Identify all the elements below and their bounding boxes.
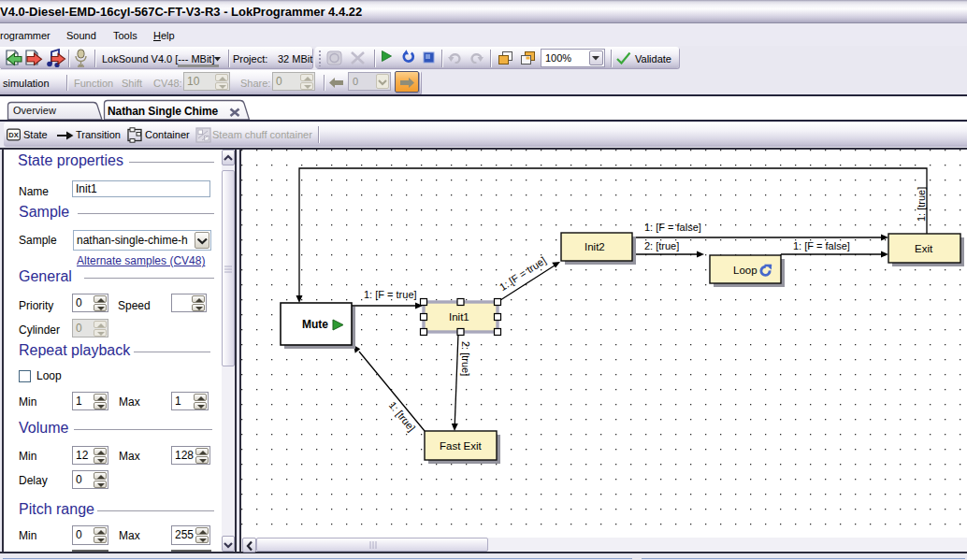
svg-text:DX: DX [8,131,18,139]
svg-text:Overview: Overview [13,105,56,116]
svg-text:2: [true]: 2: [true] [644,240,679,251]
svg-text:Exit: Exit [915,243,933,254]
svg-text:1: [F = true]: 1: [F = true] [364,289,417,300]
svg-text:Mute: Mute [302,318,328,331]
svg-text:Init1: Init1 [449,311,469,323]
svg-text:Nathan Single Chime: Nathan Single Chime [108,105,219,118]
svg-text:2: [true]: 2: [true] [460,341,471,376]
svg-text:Loop: Loop [733,265,758,276]
svg-text:1: [F = false]: 1: [F = false] [793,240,850,251]
svg-text:Init2: Init2 [585,241,605,252]
svg-text:1: [true]: 1: [true] [916,187,927,222]
svg-text:1: [F = false]: 1: [F = false] [644,222,701,233]
svg-text:Fast Exit: Fast Exit [440,440,483,452]
